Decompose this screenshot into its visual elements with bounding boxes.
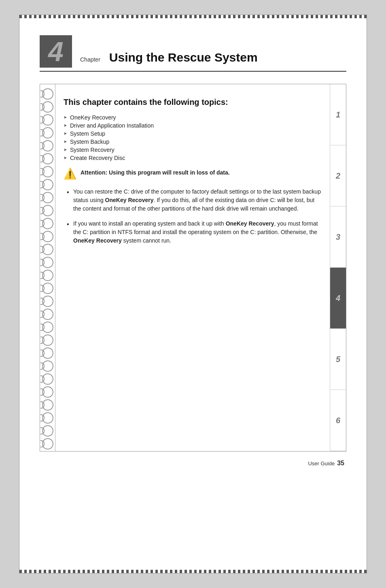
chapter-tab-2: 2	[330, 145, 346, 207]
spiral-item	[42, 373, 53, 385]
chapter-index: 123456	[330, 84, 346, 451]
footer-label: User Guide	[308, 460, 335, 467]
spiral-item	[42, 153, 53, 164]
topic-item: System Backup	[64, 138, 322, 145]
spiral-item	[42, 127, 53, 138]
spiral-item	[42, 386, 53, 398]
spiral-item	[42, 114, 53, 126]
spiral-item	[42, 101, 53, 113]
bullet-list: You can restore the C: drive of the comp…	[64, 187, 322, 245]
spiral-item	[42, 334, 53, 346]
spiral-item	[42, 88, 53, 100]
spiral-item	[42, 231, 53, 242]
spiral-item	[42, 322, 53, 333]
chapter-header: 4 Chapter Using the Rescue System	[40, 35, 346, 68]
spiral-item	[42, 360, 53, 372]
spiral-item	[42, 192, 53, 203]
chapter-number: 4	[48, 38, 64, 65]
chapter-number-box: 4	[40, 35, 72, 68]
chapter-title: Using the Rescue System	[109, 51, 258, 64]
attention-box: ⚠️ Attention: Using this program will re…	[64, 169, 322, 180]
spiral-item	[42, 283, 53, 294]
spiral-item	[42, 166, 53, 177]
topics-heading: This chapter contains the following topi…	[64, 96, 322, 108]
spiral-item	[42, 309, 53, 320]
spiral-item	[42, 244, 53, 255]
topic-item: System Recovery	[64, 147, 322, 153]
spiral-item	[42, 399, 53, 411]
spiral-item	[42, 205, 53, 216]
content-box: This chapter contains the following topi…	[40, 84, 346, 452]
footer: User Guide 35	[40, 460, 346, 467]
dashed-top-border	[19, 15, 367, 18]
spiral-item	[42, 347, 53, 359]
dashed-bottom-border	[19, 570, 367, 573]
attention-text: Attention: Using this program will resul…	[81, 169, 230, 176]
footer-page: 35	[337, 460, 344, 467]
chapter-tab-4: 4	[330, 268, 346, 329]
spiral-item	[42, 425, 53, 437]
chapter-tab-5: 5	[330, 329, 346, 390]
spiral-item	[42, 438, 53, 450]
spiral-column	[40, 84, 55, 451]
spiral-item	[42, 412, 53, 424]
bullet-item: If you want to install an operating syst…	[64, 219, 322, 245]
attention-icon: ⚠️	[64, 168, 76, 180]
chapter-label: Chapter	[80, 56, 100, 63]
chapter-tab-3: 3	[330, 207, 346, 268]
spiral-item	[42, 179, 53, 190]
spiral-item	[42, 270, 53, 281]
bullet-item: You can restore the C: drive of the comp…	[64, 187, 322, 213]
spiral-item	[42, 296, 53, 307]
spiral-item	[42, 257, 53, 268]
page: 4 Chapter Using the Rescue System This c…	[19, 15, 367, 573]
main-content-area: This chapter contains the following topi…	[55, 84, 330, 451]
spiral-item	[42, 140, 53, 151]
chapter-divider	[40, 71, 346, 72]
chapter-tab-1: 1	[330, 84, 346, 145]
topic-item: Driver and Application Installation	[64, 122, 322, 129]
topic-item: OneKey Recovery	[64, 114, 322, 121]
spiral-item	[42, 218, 53, 229]
topic-list: OneKey RecoveryDriver and Application In…	[64, 114, 322, 161]
topic-item: Create Recovery Disc	[64, 155, 322, 161]
topic-item: System Setup	[64, 130, 322, 137]
chapter-tab-6: 6	[330, 390, 346, 451]
